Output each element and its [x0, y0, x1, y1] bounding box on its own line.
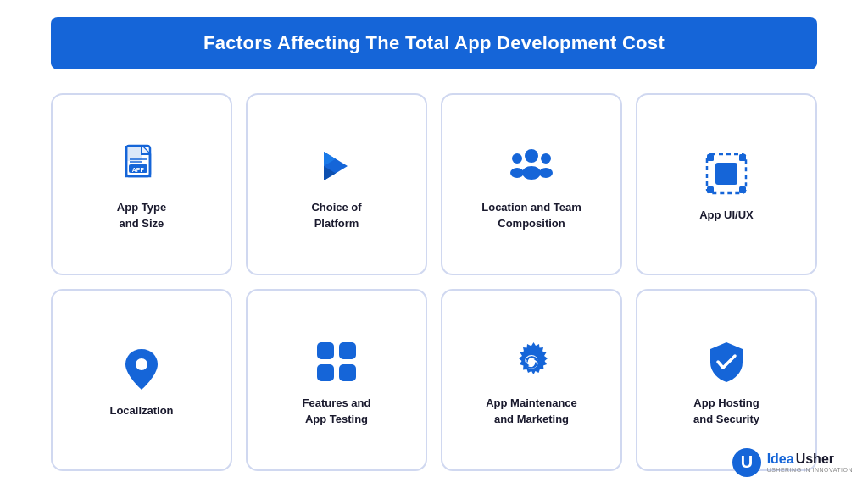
- features-icon: [311, 336, 362, 387]
- logo-icon: U: [732, 447, 762, 478]
- svg-rect-17: [707, 154, 714, 161]
- app-file-icon: APP: [116, 141, 167, 191]
- card-location-team-label: Location and TeamComposition: [481, 200, 581, 230]
- card-app-maintenance: App Maintenanceand Marketing: [441, 289, 622, 471]
- card-app-uiux: App UI/UX: [636, 93, 817, 275]
- header-title: Factors Affecting The Total App Developm…: [76, 32, 792, 54]
- svg-rect-18: [739, 154, 746, 161]
- card-features-testing: Features andApp Testing: [246, 289, 427, 471]
- card-localization: Localization: [51, 289, 232, 471]
- maintenance-icon: [506, 336, 557, 387]
- svg-rect-22: [317, 342, 334, 359]
- svg-point-14: [539, 168, 553, 178]
- card-app-type-label: App Typeand Size: [117, 200, 166, 230]
- card-app-hosting-label: App Hostingand Security: [693, 396, 760, 426]
- logo-usher: Usher: [796, 452, 834, 467]
- svg-point-12: [510, 168, 524, 178]
- svg-point-9: [525, 149, 538, 163]
- card-app-hosting: App Hostingand Security: [636, 289, 817, 471]
- card-features-testing-label: Features andApp Testing: [303, 396, 371, 426]
- uiux-icon: [701, 148, 752, 199]
- location-icon: [116, 344, 167, 395]
- grid-container: APP App Typeand Size: [51, 93, 817, 471]
- header-banner: Factors Affecting The Total App Developm…: [51, 17, 817, 69]
- card-app-type: APP App Typeand Size: [51, 93, 232, 275]
- card-app-uiux-label: App UI/UX: [699, 208, 754, 223]
- hosting-icon: [701, 336, 752, 387]
- logo-tagline: Ushering in Innovation: [767, 467, 853, 474]
- logo-text: Idea Usher Ushering in Innovation: [767, 452, 853, 473]
- card-localization-label: Localization: [109, 403, 173, 419]
- svg-rect-24: [317, 364, 334, 381]
- team-icon: [506, 141, 557, 191]
- card-app-maintenance-label: App Maintenanceand Marketing: [486, 396, 577, 426]
- main-container: Factors Affecting The Total App Developm…: [0, 0, 868, 488]
- svg-rect-25: [339, 364, 356, 381]
- card-choice-platform: Choice ofPlatform: [246, 93, 427, 275]
- card-location-team: Location and TeamComposition: [441, 93, 622, 275]
- card-choice-platform-label: Choice ofPlatform: [311, 200, 361, 230]
- svg-rect-16: [715, 163, 737, 185]
- platform-icon: [311, 141, 362, 191]
- svg-point-21: [136, 358, 147, 370]
- svg-rect-23: [339, 342, 356, 359]
- logo-idea: Idea: [767, 452, 794, 467]
- svg-point-11: [512, 153, 522, 164]
- svg-point-13: [541, 153, 551, 164]
- svg-text:APP: APP: [132, 167, 145, 173]
- svg-rect-20: [739, 186, 746, 193]
- svg-text:U: U: [740, 452, 752, 471]
- logo-area: U Idea Usher Ushering in Innovation: [732, 447, 853, 478]
- svg-point-10: [522, 166, 541, 180]
- svg-rect-19: [707, 186, 714, 193]
